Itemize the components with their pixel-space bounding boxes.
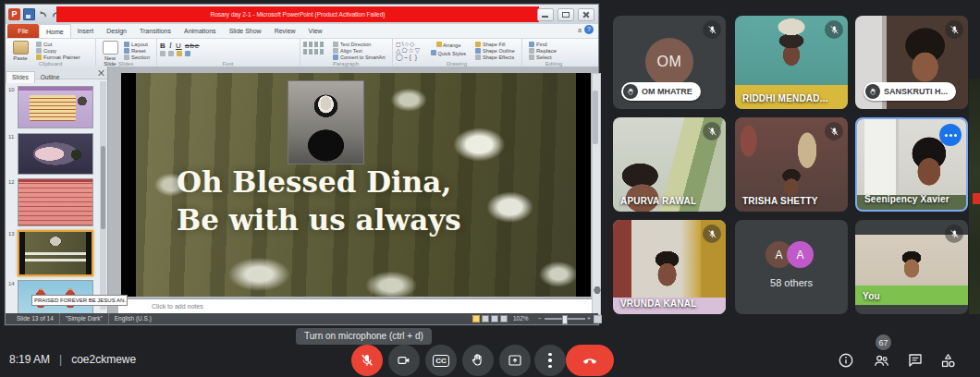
hand-raised-icon — [623, 84, 638, 99]
meeting-details-button[interactable] — [835, 349, 857, 371]
participant-tile-vrunda[interactable]: VRUNDA KANAL — [613, 220, 726, 314]
previous-slide-icon[interactable] — [594, 283, 601, 290]
undo-icon[interactable] — [38, 9, 48, 19]
participant-tile-trisha[interactable]: TRISHA SHETTY — [735, 117, 848, 212]
present-screen-button[interactable] — [499, 345, 531, 376]
underline-button[interactable]: U — [176, 42, 182, 50]
format-painter-button[interactable]: Format Painter — [36, 54, 80, 60]
tab-design[interactable]: Design — [100, 24, 133, 38]
find-button[interactable]: Find — [529, 41, 557, 47]
self-view-tile[interactable]: You — [855, 220, 968, 314]
tab-view[interactable]: View — [302, 24, 329, 38]
google-meet-window: P Rosary day 2-1 - Microsoft PowerPoint … — [0, 0, 980, 377]
minimize-button[interactable] — [537, 8, 554, 21]
section-button[interactable]: Section — [124, 54, 150, 60]
tab-insert[interactable]: Insert — [71, 24, 101, 38]
tab-file[interactable]: File — [7, 24, 39, 38]
paste-button[interactable]: Paste — [8, 41, 32, 61]
bold-button[interactable]: B — [160, 42, 166, 50]
slide-scrollbar[interactable] — [592, 73, 601, 315]
microphone-toggle-button[interactable] — [351, 345, 383, 376]
close-button[interactable] — [578, 8, 594, 21]
align-text-button[interactable]: Align Text — [333, 47, 386, 54]
slide-thumbnail-13-selected[interactable] — [18, 230, 93, 276]
font-size-icon[interactable] — [160, 51, 165, 56]
grow-font-icon[interactable] — [168, 51, 174, 56]
participant-tile-apurva[interactable]: APURVA RAWAL — [613, 117, 726, 212]
participant-tile-riddhi[interactable]: RIDDHI MENDAD... — [735, 16, 848, 109]
participant-tile-sanskruti[interactable]: SANSKRUTI H... — [855, 16, 968, 109]
slide-thumbnail-11[interactable] — [18, 133, 93, 175]
next-slide-icon[interactable] — [594, 290, 601, 298]
arrange-button[interactable]: Arrange — [431, 42, 466, 48]
mic-off-icon — [703, 20, 721, 39]
font-color-icon[interactable] — [177, 51, 182, 56]
bullets-icon[interactable] — [303, 42, 325, 47]
slide-sorter-view-button[interactable] — [482, 315, 489, 322]
participant-tile-seenipency-active-speaker[interactable]: Seenipency Xavier — [855, 117, 968, 212]
shape-fill-button[interactable]: Shape Fill — [475, 41, 515, 47]
camera-toggle-button[interactable] — [388, 345, 420, 376]
minimize-ribbon-icon[interactable]: a — [578, 27, 582, 33]
layout-button[interactable]: Layout — [124, 41, 150, 47]
overflow-tile-others[interactable]: A A 58 others — [735, 220, 848, 314]
cut-button[interactable]: Cut — [36, 41, 80, 47]
reset-button[interactable]: Reset — [124, 47, 150, 54]
quick-styles-button[interactable]: Quick Styles — [431, 50, 466, 56]
zoom-level[interactable]: 102% — [513, 313, 529, 324]
tab-animations[interactable]: Animations — [178, 24, 223, 38]
copy-button[interactable]: Copy — [36, 47, 80, 54]
ppt-titlebar[interactable]: P Rosary day 2-1 - Microsoft PowerPoint … — [6, 5, 598, 24]
italic-button[interactable]: I — [169, 42, 173, 50]
align-icons[interactable] — [303, 49, 325, 55]
shape-outline-button[interactable]: Shape Outline — [475, 47, 515, 54]
font-group: B I U abc Font — [156, 39, 300, 67]
reading-view-button[interactable] — [491, 315, 498, 322]
maximize-button[interactable] — [557, 8, 574, 21]
ppt-status-bar: Slide 13 of 14 "Simple Dark" English (U.… — [6, 313, 598, 324]
shapes-gallery[interactable]: ◻\○◇△⬠☆▽◯⌣{ } — [396, 41, 421, 60]
participant-tile-om-mhatre[interactable]: OM OM MHATRE — [613, 16, 726, 109]
tile-options-button[interactable] — [939, 124, 962, 146]
slideshow-view-button[interactable] — [500, 315, 508, 322]
window-title: Rosary day 2-1 - Microsoft PowerPoint (P… — [56, 6, 539, 22]
replace-button[interactable]: Replace — [529, 47, 557, 54]
more-options-button[interactable] — [534, 345, 566, 376]
current-slide[interactable]: Oh Blessed Dina, Be with us always — [121, 73, 591, 297]
zoom-in-icon[interactable]: + — [587, 313, 591, 324]
raise-hand-button[interactable] — [462, 345, 494, 376]
slide-video-background: Oh Blessed Dina, Be with us always — [136, 73, 576, 297]
captions-button[interactable]: CC — [425, 345, 457, 376]
strikethrough-button[interactable]: abc — [185, 42, 200, 50]
help-icon[interactable]: ? — [584, 25, 594, 34]
activities-button[interactable] — [937, 349, 959, 371]
thumbnail-number: 11 — [8, 134, 14, 140]
shape-effects-button[interactable]: Shape Effects — [475, 54, 515, 60]
tab-home[interactable]: Home — [39, 24, 71, 38]
chat-button[interactable] — [904, 349, 926, 371]
tab-slide-show[interactable]: Slide Show — [223, 24, 268, 38]
save-icon[interactable] — [23, 8, 35, 20]
select-button[interactable]: Select — [529, 54, 557, 60]
slide-thumbnail-12[interactable] — [18, 178, 93, 226]
leave-call-button[interactable] — [566, 345, 614, 376]
mic-tooltip: Turn on microphone (ctrl + d) — [296, 328, 432, 345]
text-direction-button[interactable]: Text Direction — [333, 41, 386, 47]
tab-outline[interactable]: Outline — [35, 72, 66, 83]
character-spacing-icon[interactable] — [185, 51, 190, 56]
convert-smartart-button[interactable]: Convert to SmartArt — [333, 54, 386, 60]
zoom-slider-handle[interactable] — [562, 315, 568, 324]
notes-pane[interactable]: Click to add notes — [118, 298, 592, 313]
tab-slides[interactable]: Slides — [6, 71, 35, 83]
tab-review[interactable]: Review — [268, 24, 302, 38]
theme-name: "Simple Dark" — [60, 313, 109, 324]
fit-to-window-button[interactable] — [594, 315, 602, 323]
slide-counter: Slide 13 of 14 — [11, 313, 60, 324]
tab-transitions[interactable]: Transitions — [133, 24, 178, 38]
panel-scrollbar[interactable] — [100, 81, 106, 310]
zoom-out-icon[interactable]: − — [538, 313, 542, 324]
panel-close-icon[interactable] — [98, 69, 104, 76]
normal-view-button[interactable] — [472, 315, 480, 322]
show-participants-button[interactable] — [870, 349, 892, 371]
slide-thumbnail-10[interactable] — [18, 86, 93, 128]
